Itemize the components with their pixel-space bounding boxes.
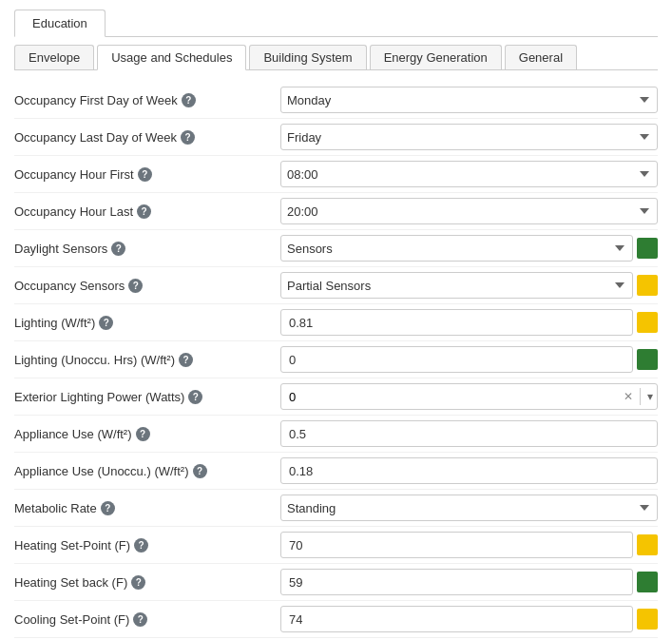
select-metabolic-rate[interactable]: StandingSeatedWalking — [280, 495, 658, 521]
sub-tab-bar: Envelope Usage and Schedules Building Sy… — [14, 37, 658, 70]
form-rows: Occupancy First Day of Week ?MondayTuesd… — [14, 82, 658, 640]
tab-general[interactable]: General — [505, 45, 577, 69]
label-lighting-wft: Lighting (W/ft²) ? — [14, 316, 280, 330]
input-lighting-wft[interactable] — [280, 309, 633, 336]
help-icon-exterior-lighting[interactable]: ? — [188, 390, 202, 404]
help-icon-lighting-unoccu[interactable]: ? — [179, 353, 193, 367]
input-col-metabolic-rate: StandingSeatedWalking — [280, 495, 658, 521]
input-heating-setpoint[interactable] — [280, 532, 633, 558]
label-occupancy-last-day: Occupancy Last Day of Week ? — [14, 130, 280, 145]
swatch-heating-setback — [637, 572, 658, 592]
select-occupancy-sensors[interactable]: Partial SensorsNo SensorsSensors — [280, 272, 633, 299]
select-occupancy-hour-last[interactable]: 20:0018:0019:0021:00 — [280, 198, 658, 224]
help-icon-occupancy-last-day[interactable]: ? — [181, 130, 195, 145]
tab-envelope[interactable]: Envelope — [14, 45, 94, 69]
help-icon-occupancy-sensors[interactable]: ? — [128, 279, 143, 293]
input-exterior-lighting[interactable] — [285, 390, 624, 404]
help-icon-cooling-setpoint[interactable]: ? — [133, 612, 147, 627]
input-col-heating-setback — [280, 569, 658, 595]
label-exterior-lighting: Exterior Lighting Power (Watts) ? — [14, 390, 280, 404]
form-row-occupancy-hour-first: Occupancy Hour First ?08:0009:0007:0006:… — [14, 156, 658, 193]
form-row-occupancy-last-day: Occupancy Last Day of Week ?MondayTuesda… — [14, 119, 658, 156]
help-icon-occupancy-hour-first[interactable]: ? — [138, 167, 152, 182]
help-icon-metabolic-rate[interactable]: ? — [101, 501, 115, 515]
form-row-cooling-setpoint: Cooling Set-Point (F) ? — [14, 601, 658, 638]
input-col-appliance-use-unoccu — [280, 457, 658, 484]
select-occupancy-first-day[interactable]: MondayTuesdayWednesdayThursdayFridaySatu… — [280, 87, 658, 113]
divider — [640, 388, 641, 405]
label-lighting-unoccu: Lighting (Unoccu. Hrs) (W/ft²) ? — [14, 353, 280, 367]
input-col-lighting-wft — [280, 309, 658, 336]
exterior-input-wrap: ✕▾ — [280, 383, 658, 410]
input-col-occupancy-hour-first: 08:0009:0007:0006:00 — [280, 161, 658, 187]
label-cooling-setpoint: Cooling Set-Point (F) ? — [14, 612, 280, 627]
swatch-heating-setpoint — [637, 534, 658, 555]
form-row-occupancy-hour-last: Occupancy Hour Last ?20:0018:0019:0021:0… — [14, 193, 658, 230]
form-row-appliance-use: Appliance Use (W/ft²) ? — [14, 416, 658, 453]
label-appliance-use-unoccu: Appliance Use (Unoccu.) (W/ft²) ? — [14, 464, 280, 478]
input-cooling-setpoint[interactable] — [280, 606, 633, 632]
label-heating-setback: Heating Set back (F) ? — [14, 575, 280, 590]
help-icon-lighting-wft[interactable]: ? — [99, 316, 113, 330]
form-row-metabolic-rate: Metabolic Rate ?StandingSeatedWalking — [14, 490, 658, 527]
education-tab[interactable]: Education — [14, 10, 106, 37]
chevron-down-icon[interactable]: ▾ — [647, 390, 653, 403]
form-row-occupancy-sensors: Occupancy Sensors ?Partial SensorsNo Sen… — [14, 267, 658, 304]
help-icon-occupancy-hour-last[interactable]: ? — [137, 204, 151, 219]
help-icon-heating-setpoint[interactable]: ? — [134, 538, 148, 553]
form-row-daylight-sensors: Daylight Sensors ?SensorsNo SensorsParti… — [14, 230, 658, 267]
input-col-occupancy-hour-last: 20:0018:0019:0021:00 — [280, 198, 658, 224]
tab-usage-and-schedules[interactable]: Usage and Schedules — [97, 45, 246, 70]
label-occupancy-hour-last: Occupancy Hour Last ? — [14, 204, 280, 219]
form-row-occupancy-first-day: Occupancy First Day of Week ?MondayTuesd… — [14, 82, 658, 119]
form-row-heating-setback: Heating Set back (F) ? — [14, 564, 658, 601]
swatch-occupancy-sensors — [637, 275, 658, 296]
input-col-occupancy-last-day: MondayTuesdayWednesdayThursdayFridaySatu… — [280, 124, 658, 150]
input-lighting-unoccu[interactable] — [280, 346, 633, 373]
label-appliance-use: Appliance Use (W/ft²) ? — [14, 427, 280, 441]
input-col-cooling-setpoint — [280, 606, 658, 632]
education-tab-label: Education — [32, 16, 87, 30]
label-occupancy-sensors: Occupancy Sensors ? — [14, 279, 280, 293]
main-container: Education Envelope Usage and Schedules B… — [0, 0, 672, 640]
input-appliance-use-unoccu[interactable] — [280, 457, 658, 484]
label-metabolic-rate: Metabolic Rate ? — [14, 501, 280, 515]
form-row-heating-setpoint: Heating Set-Point (F) ? — [14, 527, 658, 564]
form-row-lighting-wft: Lighting (W/ft²) ? — [14, 304, 658, 341]
select-occupancy-last-day[interactable]: MondayTuesdayWednesdayThursdayFridaySatu… — [280, 124, 658, 150]
clear-icon[interactable]: ✕ — [624, 390, 633, 403]
tab-energy-generation[interactable]: Energy Generation — [370, 45, 502, 69]
tab-building-system[interactable]: Building System — [249, 45, 366, 69]
swatch-lighting-unoccu — [637, 349, 658, 370]
form-row-lighting-unoccu: Lighting (Unoccu. Hrs) (W/ft²) ? — [14, 341, 658, 378]
select-occupancy-hour-first[interactable]: 08:0009:0007:0006:00 — [280, 161, 658, 187]
input-col-occupancy-first-day: MondayTuesdayWednesdayThursdayFridaySatu… — [280, 87, 658, 113]
label-daylight-sensors: Daylight Sensors ? — [14, 242, 280, 256]
help-icon-appliance-use[interactable]: ? — [136, 427, 150, 441]
help-icon-heating-setback[interactable]: ? — [131, 575, 145, 590]
input-appliance-use[interactable] — [280, 420, 658, 447]
label-heating-setpoint: Heating Set-Point (F) ? — [14, 538, 280, 553]
label-occupancy-first-day: Occupancy First Day of Week ? — [14, 93, 280, 107]
input-col-exterior-lighting: ✕▾ — [280, 383, 658, 410]
form-row-appliance-use-unoccu: Appliance Use (Unoccu.) (W/ft²) ? — [14, 453, 658, 490]
help-icon-occupancy-first-day[interactable]: ? — [182, 93, 196, 107]
label-occupancy-hour-first: Occupancy Hour First ? — [14, 167, 280, 182]
form-row-exterior-lighting: Exterior Lighting Power (Watts) ?✕▾ — [14, 378, 658, 416]
input-heating-setback[interactable] — [280, 569, 633, 595]
help-icon-daylight-sensors[interactable]: ? — [111, 242, 125, 256]
input-col-daylight-sensors: SensorsNo SensorsPartial Sensors — [280, 235, 658, 262]
swatch-cooling-setpoint — [637, 609, 658, 630]
top-tab-bar: Education — [14, 10, 658, 37]
input-col-appliance-use — [280, 420, 658, 447]
input-col-occupancy-sensors: Partial SensorsNo SensorsSensors — [280, 272, 658, 299]
input-col-lighting-unoccu — [280, 346, 658, 373]
swatch-lighting-wft — [637, 312, 658, 333]
swatch-daylight-sensors — [637, 238, 658, 259]
help-icon-appliance-use-unoccu[interactable]: ? — [193, 464, 207, 478]
input-col-heating-setpoint — [280, 532, 658, 558]
select-daylight-sensors[interactable]: SensorsNo SensorsPartial Sensors — [280, 235, 633, 262]
